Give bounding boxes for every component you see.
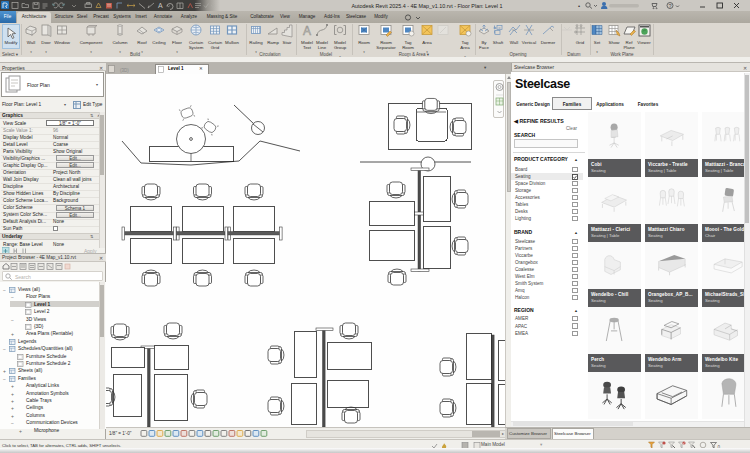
svg-text:•: • [578,3,580,9]
svg-text:(3D): (3D) [120,68,129,73]
svg-text:A: A [303,24,311,38]
svg-text:A: A [158,2,163,9]
svg-text:Autodesk Revit 2025.4 - 4E Map: Autodesk Revit 2025.4 - 4E Map_v1.10.rvt… [351,3,502,9]
svg-text:?: ? [669,3,672,9]
